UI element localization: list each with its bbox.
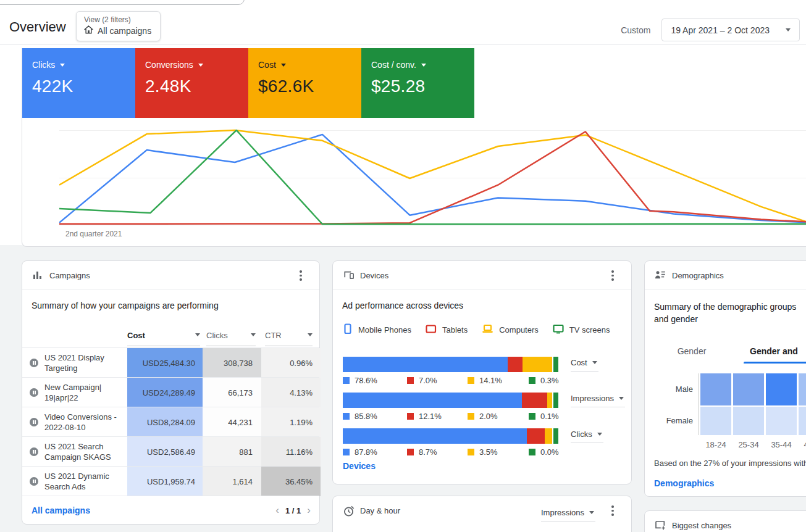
devices-card: Devices Ad performance across devices Mo… bbox=[332, 260, 632, 484]
computers-icon bbox=[482, 324, 493, 336]
day-hour-card-title: Day & hour bbox=[360, 506, 400, 515]
more-options-menu[interactable] bbox=[609, 504, 616, 518]
date-range-selector[interactable]: 19 Apr 2021 – 2 Oct 2023 bbox=[661, 19, 800, 41]
bar-value-labels: 78.6%7.0%14.1%0.3% bbox=[343, 376, 568, 386]
metric-dropdown-clicks[interactable]: Clicks bbox=[571, 430, 603, 443]
ctr-cell: 0.96% bbox=[261, 348, 321, 378]
bar-value-label: 7.0% bbox=[407, 376, 437, 385]
ctr-cell: 4.13% bbox=[261, 378, 321, 407]
google-ads-overview-page: Overview View (2 filters) All campaigns … bbox=[0, 0, 806, 532]
heatmap-col-label-18-24: 18-24 bbox=[700, 440, 731, 449]
ctr-cell: 11.16% bbox=[261, 437, 321, 467]
clock-icon bbox=[343, 505, 355, 520]
heatmap-axis-line bbox=[699, 373, 699, 435]
chevron-down-icon bbox=[281, 64, 286, 67]
bar-value-label: 87.8% bbox=[343, 447, 377, 457]
metric-label-row: Clicks bbox=[32, 60, 135, 70]
view-filter-chip[interactable]: View (2 filters) All campaigns bbox=[76, 11, 161, 41]
campaigns-table: US 2021 Display TargetingUSD25,484.30308… bbox=[22, 347, 319, 496]
bar-value-labels: 87.8%8.7%3.5%0.0% bbox=[343, 447, 568, 457]
all-campaigns-link[interactable]: All campaigns bbox=[31, 505, 90, 515]
heatmap-cell-female-18-24 bbox=[700, 407, 731, 435]
campaign-name: Video Conversions - 2022-08-10 bbox=[44, 412, 126, 433]
metric-value: $25.28 bbox=[371, 77, 474, 96]
performance-chart-card: Clicks422KConversions2.48KCost$62.6KCost… bbox=[22, 48, 806, 247]
heatmap-cell-male-25-34 bbox=[733, 373, 764, 405]
chevron-down-icon bbox=[308, 333, 313, 336]
heatmap-col-label-25-34: 25-34 bbox=[733, 440, 764, 449]
bar-segment-tv-screens bbox=[553, 357, 558, 372]
clicks-cell: 1,614 bbox=[203, 467, 261, 496]
mobile-phones-icon bbox=[343, 323, 353, 336]
campaign-name: New Campaign| 19|apr|22 bbox=[44, 382, 126, 403]
prev-page-button[interactable] bbox=[275, 505, 279, 515]
computers-swatch bbox=[468, 449, 474, 455]
metric-card-cost[interactable]: Cost$62.6K bbox=[248, 48, 361, 118]
metric-dropdown-impressions[interactable]: Impressions bbox=[571, 394, 625, 407]
more-options-menu[interactable] bbox=[297, 269, 304, 283]
demographics-icon bbox=[655, 270, 666, 282]
browser-omnibox-edge bbox=[0, 0, 245, 5]
mobile-phones-swatch bbox=[343, 413, 350, 420]
demographics-summary: Summary of the demographic groups and ge… bbox=[654, 301, 796, 325]
biggest-changes-card: Biggest changes bbox=[644, 510, 806, 532]
demographics-card-title: Demographics bbox=[672, 271, 724, 280]
metric-card-clicks[interactable]: Clicks422K bbox=[22, 48, 135, 118]
tv-screens-icon bbox=[553, 324, 564, 336]
devices-card-title: Devices bbox=[360, 271, 388, 280]
column-header-cost[interactable]: Cost bbox=[127, 331, 200, 346]
campaigns-card-footer: All campaigns 1 / 1 bbox=[22, 496, 319, 525]
metric-label: Conversions bbox=[145, 60, 193, 70]
chevron-down-icon bbox=[195, 333, 200, 336]
heatmap-row-label-male: Male bbox=[645, 384, 693, 394]
legend-item-mobile-phones: Mobile Phones bbox=[343, 323, 411, 336]
tab-gender-and-age[interactable]: Gender and bbox=[750, 346, 806, 356]
percent-value: 8.7% bbox=[419, 447, 437, 457]
campaigns-summary: Summary of how your campaigns are perfor… bbox=[31, 301, 219, 310]
more-options-menu[interactable] bbox=[609, 269, 616, 283]
biggest-changes-card-header: Biggest changes bbox=[645, 511, 806, 532]
column-header-clicks[interactable]: Clicks bbox=[206, 331, 256, 346]
ctr-cell: 1.19% bbox=[261, 407, 321, 437]
chevron-down-icon bbox=[421, 64, 426, 67]
computers-swatch bbox=[468, 413, 474, 420]
chevron-down-icon bbox=[786, 28, 791, 31]
bar-segment-computers bbox=[547, 393, 552, 408]
bar-chart-icon bbox=[32, 270, 43, 283]
clicks-cell: 66,173 bbox=[203, 378, 261, 407]
metric-dropdown-day-hour[interactable]: Impressions bbox=[541, 508, 595, 522]
bar-value-label: 85.8% bbox=[343, 412, 377, 421]
next-page-button[interactable] bbox=[307, 505, 311, 515]
devices-card-header: Devices bbox=[333, 261, 631, 289]
paused-status-icon bbox=[30, 388, 38, 397]
demographics-link[interactable]: Demographics bbox=[654, 478, 714, 488]
cost-cell: USD24,289.49 bbox=[127, 378, 203, 407]
devices-link[interactable]: Devices bbox=[343, 461, 376, 471]
bar-value-label: 0.0% bbox=[529, 447, 559, 457]
chevron-down-icon bbox=[597, 433, 602, 436]
legend-label: Tablets bbox=[442, 325, 468, 335]
date-range-value: 19 Apr 2021 – 2 Oct 2023 bbox=[671, 25, 770, 35]
percent-value: 0.0% bbox=[540, 447, 559, 457]
metric-card-cost-conv[interactable]: Cost / conv.$25.28 bbox=[361, 48, 474, 118]
metric-dropdown-cost[interactable]: Cost bbox=[571, 358, 598, 372]
cost-cell: USD8,284.09 bbox=[127, 407, 203, 437]
campaign-name: US 2021 Search Campaign SKAGS bbox=[44, 441, 126, 462]
x-axis-tick-label: 2nd quarter 2021 bbox=[65, 230, 122, 238]
metric-value: 422K bbox=[32, 77, 135, 96]
percent-value: 2.0% bbox=[479, 412, 498, 421]
paused-status-icon bbox=[30, 447, 38, 456]
metric-label-row: Cost bbox=[258, 60, 361, 70]
percent-value: 12.1% bbox=[419, 412, 442, 421]
tab-gender[interactable]: Gender bbox=[663, 346, 720, 356]
date-preset-label: Custom bbox=[621, 25, 650, 35]
metric-value: 2.48K bbox=[145, 77, 248, 96]
bar-segment-computers bbox=[545, 428, 552, 444]
percent-value: 0.3% bbox=[540, 376, 559, 385]
metric-card-conversions[interactable]: Conversions2.48K bbox=[135, 48, 248, 118]
table-row: Video Conversions - 2022-08-10USD8,284.0… bbox=[22, 407, 319, 436]
column-header-ctr[interactable]: CTR bbox=[265, 331, 313, 346]
bar-segment-tablets bbox=[508, 357, 523, 372]
legend-label: Computers bbox=[499, 325, 539, 335]
clicks-cell: 881 bbox=[203, 437, 261, 467]
